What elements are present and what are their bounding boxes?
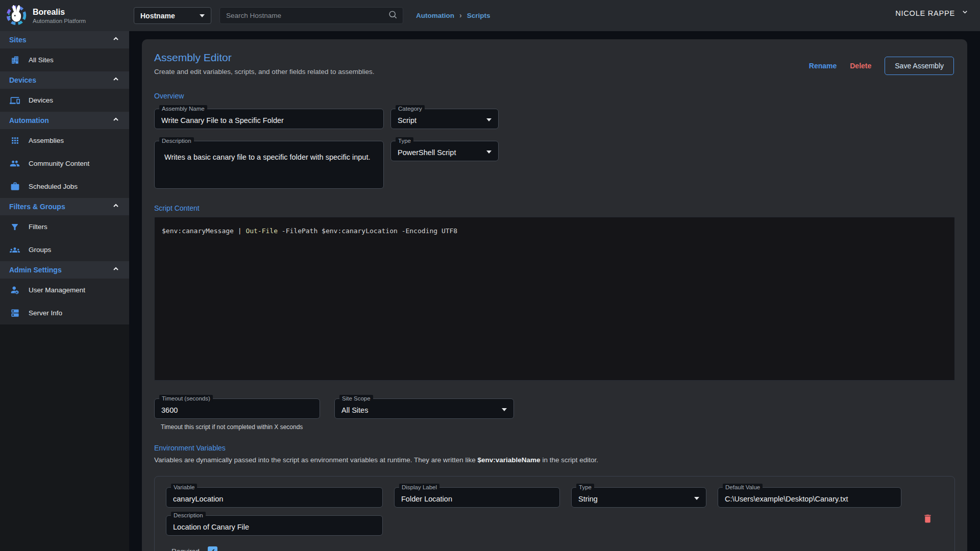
environment-variables-heading: Environment Variables bbox=[154, 444, 955, 452]
sidebar-item-community-content[interactable]: Community Content bbox=[0, 152, 129, 175]
breadcrumb-separator: › bbox=[459, 11, 462, 19]
brand: Borealis Automation Platform bbox=[0, 4, 129, 28]
caret-down-icon bbox=[200, 14, 205, 17]
category-value: Script bbox=[391, 113, 486, 124]
search-input[interactable] bbox=[226, 12, 388, 19]
timeout-label: Timeout (seconds) bbox=[159, 395, 213, 402]
chevron-up-icon bbox=[112, 35, 120, 45]
overview-heading: Overview bbox=[154, 92, 955, 100]
sidebar-item-server-info[interactable]: Server Info bbox=[0, 302, 129, 324]
variable-description-label: Description bbox=[171, 512, 206, 518]
building-icon bbox=[10, 55, 20, 65]
variable-input[interactable] bbox=[166, 488, 382, 507]
breadcrumb: Automation › Scripts bbox=[416, 11, 490, 19]
site-scope-label: Site Scope bbox=[339, 395, 373, 402]
top-bar: Borealis Automation Platform Hostname Au… bbox=[0, 0, 980, 31]
sidebar-section-filters-groups[interactable]: Filters & Groups bbox=[0, 198, 129, 215]
delete-variable-button[interactable] bbox=[922, 513, 933, 525]
type-label: Type bbox=[396, 137, 413, 144]
sidebar-section-sites[interactable]: Sites bbox=[0, 31, 129, 48]
timeout-input[interactable] bbox=[155, 399, 320, 418]
brand-name: Borealis bbox=[33, 8, 86, 17]
briefcase-icon bbox=[10, 182, 20, 192]
assembly-editor-card: Assembly Editor Create and edit variable… bbox=[142, 39, 967, 551]
required-label: Required bbox=[172, 547, 200, 551]
sidebar-item-assemblies[interactable]: Assemblies bbox=[0, 129, 129, 152]
save-assembly-button[interactable]: Save Assembly bbox=[885, 57, 954, 75]
sidebar-section-devices[interactable]: Devices bbox=[0, 71, 129, 89]
hostname-select[interactable]: Hostname bbox=[134, 7, 211, 24]
variable-type-select[interactable]: Type String bbox=[571, 487, 706, 508]
script-code-line: $env:canaryMessage | Out-File -FilePath … bbox=[162, 226, 947, 236]
variable-label: Variable bbox=[171, 484, 197, 490]
category-select[interactable]: Category Script bbox=[390, 109, 499, 129]
hostname-select-value: Hostname bbox=[140, 12, 200, 20]
devices-icon bbox=[10, 95, 20, 106]
sidebar: Sites All Sites Devices Devices Automati… bbox=[0, 31, 129, 551]
display-label-field[interactable]: Display Label bbox=[394, 487, 560, 508]
delete-button[interactable]: Delete bbox=[850, 62, 871, 70]
page-subtitle: Create and edit variables, scripts, and … bbox=[154, 68, 374, 76]
caret-down-icon bbox=[694, 497, 699, 500]
user-gear-icon bbox=[10, 285, 20, 295]
sidebar-item-devices[interactable]: Devices bbox=[0, 89, 129, 112]
site-scope-select[interactable]: Site Scope All Sites bbox=[334, 398, 514, 419]
server-icon bbox=[10, 308, 20, 318]
assembly-name-field[interactable]: Assembly Name bbox=[154, 109, 384, 129]
variable-type-value: String bbox=[572, 492, 694, 503]
chevron-up-icon bbox=[112, 265, 120, 275]
variable-type-label: Type bbox=[576, 484, 594, 490]
breadcrumb-scripts[interactable]: Scripts bbox=[467, 12, 491, 19]
default-value-label: Default Value bbox=[723, 484, 763, 490]
script-content-heading: Script Content bbox=[154, 204, 955, 212]
site-scope-value: All Sites bbox=[335, 403, 502, 414]
borealis-logo-icon bbox=[5, 4, 28, 28]
rename-button[interactable]: Rename bbox=[809, 62, 837, 70]
groups-icon bbox=[10, 245, 20, 255]
timeout-field[interactable]: Timeout (seconds) bbox=[154, 398, 320, 419]
script-editor[interactable]: $env:canaryMessage | Out-File -FilePath … bbox=[154, 217, 955, 381]
sidebar-item-user-management[interactable]: User Management bbox=[0, 279, 129, 302]
search-icon bbox=[388, 10, 398, 21]
required-checkbox[interactable] bbox=[208, 546, 217, 551]
chevron-up-icon bbox=[112, 75, 120, 85]
type-value: PowerShell Script bbox=[391, 145, 486, 157]
variable-description-input[interactable] bbox=[166, 516, 382, 535]
caret-down-icon bbox=[486, 118, 492, 121]
timeout-helper-text: Timeout this script if not completed wit… bbox=[161, 423, 320, 431]
chevron-down-icon bbox=[961, 8, 969, 18]
search-box[interactable] bbox=[219, 7, 403, 24]
brand-subtitle: Automation Platform bbox=[33, 18, 86, 24]
display-label-input[interactable] bbox=[395, 488, 559, 507]
sidebar-item-groups[interactable]: Groups bbox=[0, 238, 129, 261]
sidebar-section-automation[interactable]: Automation bbox=[0, 112, 129, 129]
default-value-input[interactable] bbox=[718, 488, 901, 507]
environment-variables-description: Variables are dynamically passed into th… bbox=[154, 456, 955, 464]
trash-icon bbox=[922, 518, 933, 525]
user-name: NICOLE RAPPE bbox=[895, 9, 955, 17]
sidebar-item-filters[interactable]: Filters bbox=[0, 215, 129, 238]
environment-variable-row: Variable Display Label Type String Defau… bbox=[154, 476, 955, 551]
chevron-up-icon bbox=[112, 202, 120, 212]
sidebar-item-all-sites[interactable]: All Sites bbox=[0, 48, 129, 71]
description-label: Description bbox=[159, 137, 194, 144]
sidebar-item-scheduled-jobs[interactable]: Scheduled Jobs bbox=[0, 175, 129, 198]
user-menu[interactable]: NICOLE RAPPE bbox=[895, 8, 969, 18]
default-value-field[interactable]: Default Value bbox=[718, 487, 901, 508]
type-select[interactable]: Type PowerShell Script bbox=[390, 141, 499, 161]
caret-down-icon bbox=[486, 151, 492, 154]
breadcrumb-automation[interactable]: Automation bbox=[416, 12, 454, 19]
description-textarea[interactable]: Writes a basic canary file to a specific… bbox=[155, 141, 383, 188]
caret-down-icon bbox=[502, 408, 507, 411]
display-label-label: Display Label bbox=[399, 484, 439, 490]
people-icon bbox=[10, 159, 20, 169]
variable-field[interactable]: Variable bbox=[166, 487, 383, 508]
assembly-name-label: Assembly Name bbox=[159, 105, 207, 112]
assembly-name-input[interactable] bbox=[155, 109, 383, 129]
variable-description-field[interactable]: Description bbox=[166, 515, 383, 536]
description-field[interactable]: Description Writes a basic canary file t… bbox=[154, 141, 384, 189]
sidebar-section-admin-settings[interactable]: Admin Settings bbox=[0, 261, 129, 279]
page-title: Assembly Editor bbox=[154, 52, 374, 64]
category-label: Category bbox=[396, 105, 425, 112]
grid-icon bbox=[10, 136, 20, 146]
